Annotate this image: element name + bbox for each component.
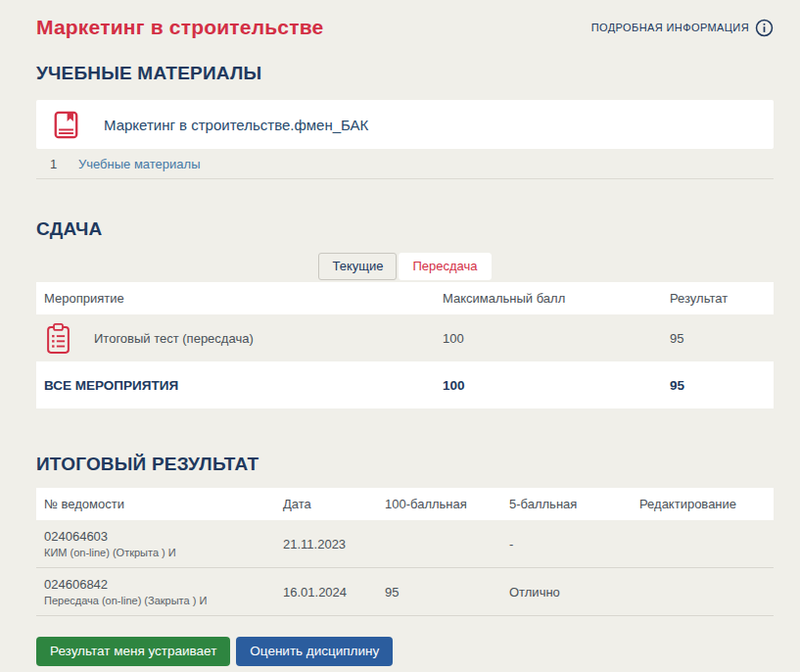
- submission-tabs: Текущие Пересдача: [36, 253, 774, 280]
- final-result-heading: ИТОГОВЫЙ РЕЗУЛЬТАТ: [36, 454, 774, 475]
- accept-result-button[interactable]: Результат меня устраивает: [36, 637, 230, 666]
- submission-table: Мероприятие Максимальный балл Результат …: [36, 282, 774, 408]
- table-row: Итоговый тест (пересдача) 100 95: [36, 314, 774, 361]
- sheet-cell: 024064603 КИМ (on-line) (Открыта ) И: [36, 529, 275, 558]
- tab-retake[interactable]: Пересдача: [399, 253, 491, 280]
- col-sheet-number: № ведомости: [36, 497, 275, 511]
- clipboard-checklist-icon: [44, 322, 72, 355]
- book-icon: [50, 109, 82, 141]
- col-max-score: Максимальный балл: [435, 291, 662, 306]
- sheet-score5: -: [501, 537, 632, 552]
- sheet-number: 024064603: [44, 529, 275, 544]
- final-result-table: № ведомости Дата 100-балльная 5-балльная…: [36, 488, 774, 616]
- course-material-card[interactable]: Маркетинг в строительстве.фмен_БАК: [36, 100, 774, 149]
- final-table-header: № ведомости Дата 100-балльная 5-балльная…: [36, 488, 774, 520]
- course-page: Маркетинг в строительстве ПОДРОБНАЯ ИНФО…: [0, 0, 800, 666]
- event-name[interactable]: Итоговый тест (пересдача): [94, 331, 254, 346]
- total-result: 95: [662, 378, 774, 393]
- table-row: 024606842 Пересдача (on-line) (Закрыта )…: [36, 568, 774, 616]
- col-score100: 100-балльная: [377, 497, 501, 511]
- submission-table-header: Мероприятие Максимальный балл Результат: [36, 282, 774, 314]
- col-result: Результат: [662, 291, 774, 306]
- sheet-number: 024606842: [44, 577, 275, 592]
- details-link[interactable]: ПОДРОБНАЯ ИНФОРМАЦИЯ: [591, 19, 774, 37]
- total-label: ВСЕ МЕРОПРИЯТИЯ: [36, 378, 435, 393]
- sheet-score100: 95: [377, 585, 501, 600]
- col-score5: 5-балльная: [501, 497, 632, 511]
- sheet-date: 16.01.2024: [275, 585, 377, 600]
- details-label: ПОДРОБНАЯ ИНФОРМАЦИЯ: [591, 22, 749, 33]
- page-title: Маркетинг в строительстве: [36, 16, 323, 39]
- col-edit: Редактирование: [632, 497, 774, 511]
- info-icon: [755, 19, 774, 37]
- col-date: Дата: [275, 497, 377, 511]
- materials-heading: УЧЕБНЫЕ МАТЕРИАЛЫ: [36, 63, 774, 84]
- page-header: Маркетинг в строительстве ПОДРОБНАЯ ИНФО…: [36, 16, 774, 39]
- sheet-type: Пересдача (on-line) (Закрыта ) И: [44, 595, 275, 606]
- material-item-link[interactable]: Учебные материалы: [77, 157, 201, 171]
- sheet-cell: 024606842 Пересдача (on-line) (Закрыта )…: [36, 577, 275, 606]
- total-max-score: 100: [435, 378, 662, 393]
- submission-total-row: ВСЕ МЕРОПРИЯТИЯ 100 95: [36, 361, 774, 408]
- col-event: Мероприятие: [36, 291, 435, 306]
- event-result: 95: [662, 331, 774, 346]
- sheet-score5: Отлично: [501, 585, 632, 600]
- rate-discipline-button[interactable]: Оценить дисциплину: [236, 637, 393, 666]
- sheet-date: 21.11.2023: [275, 537, 377, 552]
- submission-heading: СДАЧА: [36, 218, 774, 240]
- table-row: 024064603 КИМ (on-line) (Открыта ) И 21.…: [36, 520, 774, 568]
- material-item-index: 1: [36, 157, 77, 171]
- material-item[interactable]: 1 Учебные материалы: [36, 149, 774, 179]
- tab-current[interactable]: Текущие: [318, 253, 397, 280]
- course-material-title: Маркетинг в строительстве.фмен_БАК: [104, 117, 368, 133]
- action-buttons: Результат меня устраивает Оценить дисцип…: [36, 637, 774, 666]
- event-max-score: 100: [435, 331, 662, 346]
- sheet-type: КИМ (on-line) (Открыта ) И: [44, 547, 275, 558]
- event-cell: Итоговый тест (пересдача): [36, 322, 435, 355]
